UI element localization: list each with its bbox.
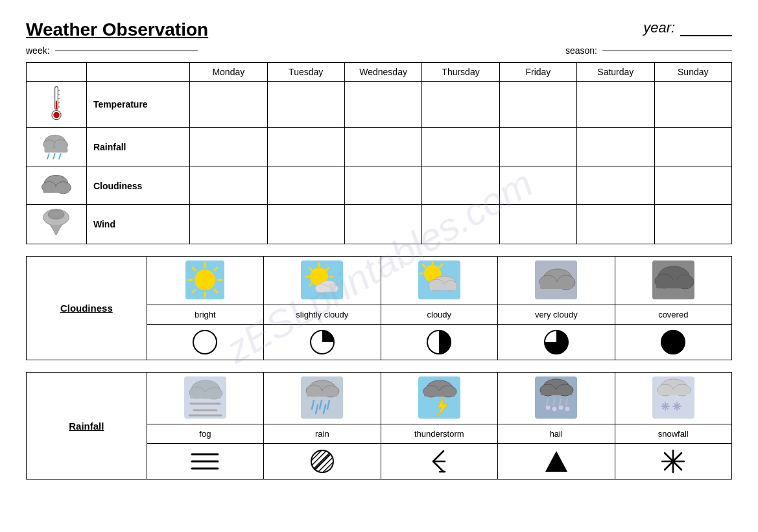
circle-quarter-symbol <box>309 329 336 356</box>
cloudiness-saturday[interactable] <box>577 167 654 205</box>
cloudiness-friday[interactable] <box>499 167 576 205</box>
snowfall-icon <box>652 376 694 419</box>
wind-friday[interactable] <box>499 205 576 244</box>
svg-point-23 <box>195 270 215 290</box>
svg-rect-6 <box>56 101 57 110</box>
symbol-covered <box>615 325 732 360</box>
season-label: season: <box>565 45 597 56</box>
wind-monday[interactable] <box>190 205 267 244</box>
cloudiness-cloudy-img <box>381 257 497 305</box>
temperature-wednesday[interactable] <box>344 82 421 128</box>
temperature-tuesday[interactable] <box>267 82 344 128</box>
week-line <box>55 51 198 51</box>
year-line <box>680 35 732 36</box>
rainfall-saturday[interactable] <box>577 128 654 167</box>
svg-point-104 <box>545 405 551 410</box>
rainfall-hail-label: hail <box>498 424 615 444</box>
wind-sunday[interactable] <box>654 205 731 244</box>
cloudiness-sunday[interactable] <box>654 167 731 205</box>
cloudiness-icon-cell <box>27 167 87 205</box>
page-title: Weather Observation <box>26 19 208 40</box>
rainfall-friday[interactable] <box>499 128 576 167</box>
wind-wednesday[interactable] <box>344 205 421 244</box>
circle-full-symbol <box>659 329 687 356</box>
svg-rect-65 <box>656 281 690 288</box>
observation-table: Monday Tuesday Wednesday Thursday Friday… <box>26 62 732 244</box>
week-label: week: <box>26 45 50 56</box>
wind-icon <box>38 209 74 238</box>
temperature-friday[interactable] <box>499 82 576 128</box>
svg-rect-12 <box>45 148 68 152</box>
rainfall-thursday[interactable] <box>422 128 499 167</box>
temperature-icon-cell <box>27 82 87 128</box>
symbol-cloudy <box>381 325 497 360</box>
symbol-snowfall <box>615 444 732 480</box>
week-section: week: <box>26 45 198 56</box>
very-cloudy-icon <box>535 260 577 299</box>
rainfall-fog-img <box>147 373 263 424</box>
cloudiness-covered-img <box>615 257 732 305</box>
rainfall-fog-label: fog <box>147 424 263 444</box>
temperature-label: Temperature <box>86 82 189 128</box>
cloudiness-label: Cloudiness <box>86 167 189 205</box>
svg-rect-83 <box>307 391 338 397</box>
svg-point-8 <box>53 112 59 118</box>
hatched-circle-symbol <box>309 448 336 475</box>
svg-line-126 <box>309 448 314 453</box>
header-friday: Friday <box>499 63 576 82</box>
year-label: year: <box>643 19 675 36</box>
table-row-cloudiness: Cloudiness <box>27 167 732 205</box>
symbol-very-cloudy <box>498 325 615 360</box>
temperature-monday[interactable] <box>190 82 267 128</box>
svg-rect-112 <box>658 389 689 395</box>
temperature-thursday[interactable] <box>422 82 499 128</box>
svg-rect-19 <box>43 187 69 193</box>
rainfall-wednesday[interactable] <box>344 128 421 167</box>
header-monday: Monday <box>190 63 267 82</box>
svg-rect-55 <box>430 284 456 290</box>
cloudiness-monday[interactable] <box>190 167 267 205</box>
svg-line-14 <box>53 154 55 159</box>
rainfall-label: Rainfall <box>86 128 189 167</box>
year-section: year: <box>643 19 732 36</box>
symbol-fog <box>147 444 263 480</box>
cloud-rain-icon <box>38 132 74 161</box>
season-line <box>602 51 732 51</box>
thermometer-icon <box>46 86 67 121</box>
svg-point-70 <box>661 330 685 354</box>
temperature-sunday[interactable] <box>654 82 731 128</box>
symbol-rain <box>264 444 381 480</box>
wind-icon-cell <box>27 205 87 244</box>
wind-saturday[interactable] <box>577 205 654 244</box>
circle-three-quarter-symbol <box>543 329 570 356</box>
season-section: season: <box>565 45 732 56</box>
svg-line-15 <box>59 154 61 159</box>
rainfall-snowfall-img <box>615 373 732 424</box>
cloudiness-cloudy-label: cloudy <box>381 305 497 325</box>
rainfall-hail-img <box>498 373 615 424</box>
svg-line-13 <box>47 154 49 159</box>
header-icon-col <box>27 63 87 82</box>
wind-thursday[interactable] <box>422 205 499 244</box>
table-row-wind: Wind <box>27 205 732 244</box>
symbol-thunderstorm <box>381 444 497 480</box>
wind-tuesday[interactable] <box>267 205 344 244</box>
rainfall-tuesday[interactable] <box>267 128 344 167</box>
cloudiness-tuesday[interactable] <box>267 167 344 205</box>
rainfall-monday[interactable] <box>190 128 267 167</box>
cloudiness-wednesday[interactable] <box>344 167 421 205</box>
cloudiness-image-row: Cloudiness <box>27 257 732 305</box>
fog-icon <box>184 376 226 419</box>
cloudiness-very-cloudy-label: very cloudy <box>498 305 615 325</box>
circle-empty-symbol <box>191 329 219 356</box>
cloudiness-thursday[interactable] <box>422 167 499 205</box>
table-row-rainfall: Rainfall <box>27 128 732 167</box>
symbol-hail <box>498 444 615 480</box>
rainfall-thunderstorm-img <box>381 373 497 424</box>
temperature-saturday[interactable] <box>577 82 654 128</box>
rainfall-sunday[interactable] <box>654 128 731 167</box>
header-sunday: Sunday <box>654 63 731 82</box>
cloudiness-slightly-cloudy-label: slightly cloudy <box>264 305 381 325</box>
rain-icon <box>301 376 343 419</box>
fog-symbol <box>189 448 221 475</box>
